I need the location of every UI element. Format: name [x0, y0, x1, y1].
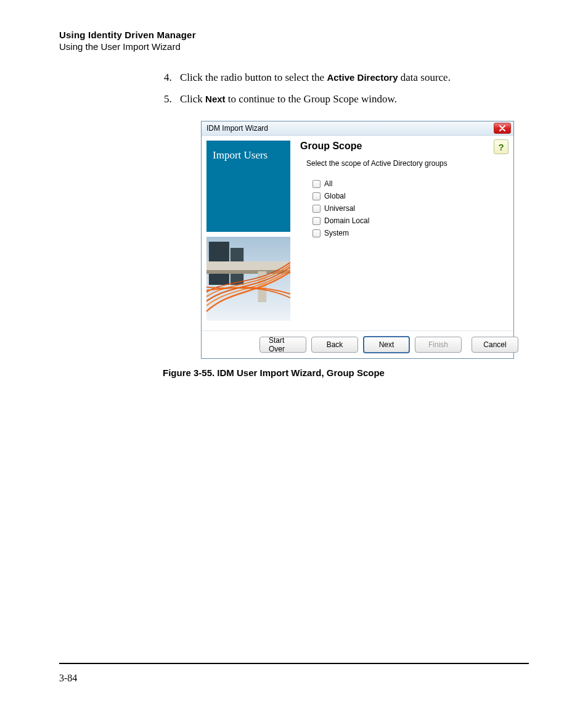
page-number: 3-84	[59, 673, 77, 684]
scope-option-label: All	[324, 179, 332, 188]
figure-caption: Figure 3-55. IDM User Import Wizard, Gro…	[163, 367, 529, 378]
scope-option[interactable]: Universal	[312, 202, 507, 215]
scope-option[interactable]: Domain Local	[312, 215, 507, 227]
checkbox-icon[interactable]	[312, 217, 321, 225]
step-list: 4. Click the radio button to select the …	[164, 69, 504, 107]
step-number: 5.	[164, 91, 180, 107]
back-button[interactable]: Back	[311, 337, 358, 353]
help-icon: ?	[498, 142, 504, 152]
finish-button: Finish	[415, 337, 462, 353]
scope-option[interactable]: Global	[312, 190, 507, 202]
footer-rule	[59, 663, 529, 664]
close-button[interactable]	[494, 123, 511, 134]
checkbox-icon[interactable]	[312, 205, 321, 213]
help-button[interactable]: ?	[494, 139, 508, 154]
next-button[interactable]: Next	[363, 336, 410, 353]
scope-option-label: Domain Local	[324, 216, 369, 225]
wizard-titlebar: IDM Import Wizard	[202, 121, 513, 136]
wizard-title: IDM Import Wizard	[206, 124, 268, 133]
checkbox-icon[interactable]	[312, 229, 321, 237]
step-item: 5. Click Next to continue to the Group S…	[164, 91, 504, 107]
checkbox-icon[interactable]	[312, 180, 321, 188]
sidebar-image	[206, 237, 290, 321]
scope-option-label: System	[324, 229, 349, 237]
start-over-button[interactable]: Start Over	[259, 337, 306, 353]
group-scope-title: Group Scope	[300, 141, 507, 152]
page-header: Using Identity Driven Manager Using the …	[59, 30, 529, 52]
step-text: Click Next to continue to the Group Scop…	[180, 91, 397, 107]
close-icon	[499, 125, 506, 131]
checkbox-icon[interactable]	[312, 192, 321, 200]
step-text: Click the radio button to select the Act…	[180, 69, 451, 86]
step-number: 4.	[164, 69, 180, 86]
header-title: Using Identity Driven Manager	[59, 30, 529, 40]
group-scope-description: Select the scope of Active Directory gro…	[306, 159, 507, 168]
scope-option-label: Universal	[324, 204, 355, 213]
scope-option-label: Global	[324, 192, 346, 200]
sidebar-banner-label: Import Users	[213, 149, 267, 162]
wizard-main: Group Scope ? Select the scope of Active…	[295, 136, 513, 330]
scope-option[interactable]: System	[312, 227, 507, 239]
step-item: 4. Click the radio button to select the …	[164, 69, 504, 86]
header-subtitle: Using the User Import Wizard	[59, 41, 529, 52]
wizard-button-bar: Start Over Back Next Finish Cancel	[202, 330, 513, 358]
sidebar-banner: Import Users	[206, 141, 290, 232]
scope-option[interactable]: All	[312, 178, 507, 190]
wizard-dialog: IDM Import Wizard Import Users	[201, 121, 514, 359]
wizard-sidebar: Import Users	[202, 136, 295, 330]
cancel-button[interactable]: Cancel	[472, 337, 518, 353]
scope-options: All Global Universal Domain Local	[312, 178, 507, 239]
